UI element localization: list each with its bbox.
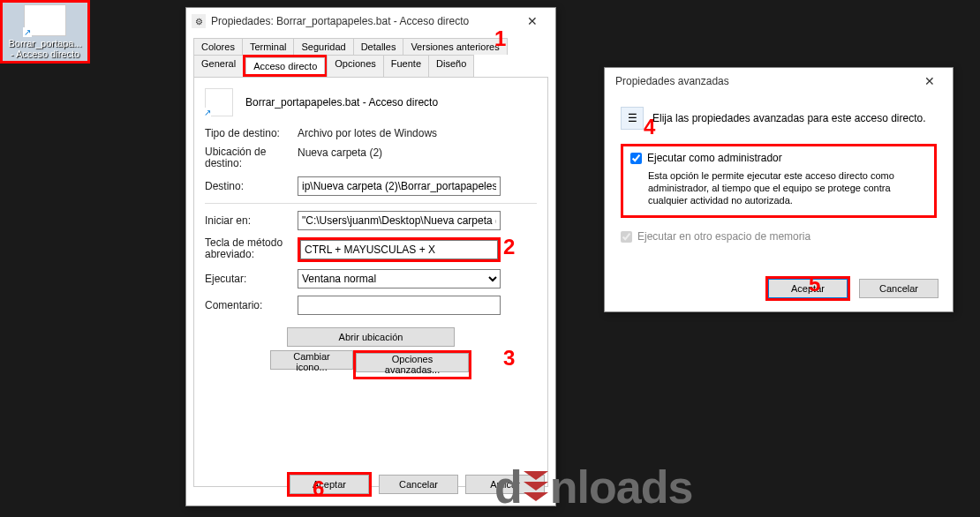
mem-input xyxy=(621,231,632,243)
shortcut-panel: Borrar_portapapeles.bat - Acceso directo… xyxy=(193,77,548,487)
tab-terminal[interactable]: Terminal xyxy=(242,38,295,55)
tab-general[interactable]: General xyxy=(193,55,244,77)
annotation-number-2: 2 xyxy=(503,235,515,259)
chevron-down-icon xyxy=(524,471,548,503)
tab-colores[interactable]: Colores xyxy=(193,38,243,55)
shortcut-label: Borrar_portapa... - Acceso directo xyxy=(8,38,81,59)
annotation-number-4: 4 xyxy=(644,115,655,139)
tecla-input[interactable] xyxy=(300,240,498,259)
ejecutar-label: Ejecutar: xyxy=(205,273,298,285)
accept-button[interactable]: Aceptar xyxy=(290,475,369,494)
run-as-admin-checkbox[interactable]: Ejecutar como administrador xyxy=(630,152,927,164)
separate-memory-checkbox: Ejecutar en otro espacio de memoria xyxy=(621,230,937,243)
comentario-label: Comentario: xyxy=(205,299,298,311)
annotation-number-6: 6 xyxy=(313,476,324,501)
annotation-number-3: 3 xyxy=(503,346,515,371)
watermark-logo: d nloads xyxy=(494,461,692,513)
iniciar-input[interactable] xyxy=(298,211,501,230)
app-icon: ⚙ xyxy=(192,14,206,28)
adv-close-icon[interactable]: ✕ xyxy=(912,71,947,93)
annotation-advanced-options: Opciones avanzadas... xyxy=(353,350,471,379)
adv-cancel-button[interactable]: Cancelar xyxy=(859,279,939,298)
tab-diseno[interactable]: Diseño xyxy=(428,55,474,77)
tab-detalles[interactable]: Detalles xyxy=(353,38,404,55)
shortcut-icon xyxy=(24,4,66,36)
annotation-shortcut-key xyxy=(298,237,501,262)
tab-versiones[interactable]: Versiones anteriores xyxy=(403,38,507,55)
tab-fuente[interactable]: Fuente xyxy=(383,55,429,77)
iniciar-label: Iniciar en: xyxy=(205,214,298,227)
advanced-properties-dialog: Propiedades avanzadas ✕ ☰ Elija las prop… xyxy=(604,67,954,312)
change-icon-button[interactable]: Cambiar icono... xyxy=(270,350,353,370)
tab-acceso-directo[interactable]: Acceso directo xyxy=(245,57,325,74)
panel-shortcut-icon xyxy=(205,88,233,116)
annotation-number-1: 1 xyxy=(494,26,506,51)
adv-headline: Elija las propiedades avanzadas para est… xyxy=(652,112,926,124)
open-location-button[interactable]: Abrir ubicación xyxy=(287,327,455,347)
run-as-admin-input[interactable] xyxy=(630,153,642,164)
close-icon[interactable]: ✕ xyxy=(515,11,550,33)
destino-label: Destino: xyxy=(205,180,298,192)
panel-title: Borrar_portapapeles.bat - Acceso directo xyxy=(245,96,438,109)
tab-seguridad[interactable]: Seguridad xyxy=(293,38,353,55)
annotation-accept: Aceptar xyxy=(287,472,372,497)
window-title: Propiedades: Borrar_portapapeles.bat - A… xyxy=(211,15,515,27)
annotation-adv-accept: Aceptar xyxy=(765,276,850,301)
ubicacion-label: Ubicación de destino: xyxy=(205,146,298,169)
properties-dialog: ⚙ Propiedades: Borrar_portapapeles.bat -… xyxy=(185,7,556,506)
annotation-run-as-admin: Ejecutar como administrador Esta opción … xyxy=(621,144,937,218)
desktop-shortcut-icon[interactable]: Borrar_portapa... - Acceso directo xyxy=(0,0,90,64)
tecla-label: Tecla de método abreviado: xyxy=(205,237,298,260)
tab-opciones[interactable]: Opciones xyxy=(327,55,383,77)
tipo-destino-value: Archivo por lotes de Windows xyxy=(298,127,537,139)
ejecutar-select[interactable]: Ventana normal xyxy=(298,269,501,288)
list-icon: ☰ xyxy=(621,107,644,130)
ubicacion-value: Nueva carpeta (2) xyxy=(298,146,537,159)
adv-accept-button[interactable]: Aceptar xyxy=(768,279,848,298)
cancel-button[interactable]: Cancelar xyxy=(379,475,458,494)
annotation-tab-highlight: Acceso directo xyxy=(243,55,327,77)
adv-title: Propiedades avanzadas xyxy=(610,75,912,87)
annotation-number-5: 5 xyxy=(809,272,820,296)
destino-input[interactable] xyxy=(298,176,501,196)
comentario-input[interactable] xyxy=(298,296,501,315)
adv-titlebar[interactable]: Propiedades avanzadas ✕ xyxy=(605,68,953,94)
advanced-options-button[interactable]: Opciones avanzadas... xyxy=(356,353,469,372)
tipo-destino-label: Tipo de destino: xyxy=(205,127,298,139)
run-as-admin-desc: Esta opción le permite ejecutar este acc… xyxy=(648,169,927,206)
